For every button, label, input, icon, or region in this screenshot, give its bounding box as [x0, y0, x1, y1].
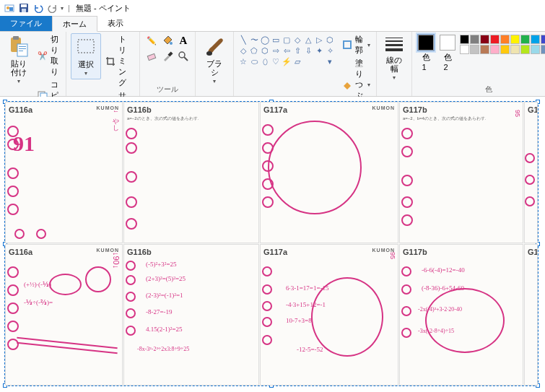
sheet-id: G116b	[127, 105, 152, 114]
palette-swatch[interactable]	[531, 35, 540, 44]
tab-view[interactable]: 表示	[97, 16, 134, 31]
lineweight-icon	[384, 35, 404, 54]
selection-rect[interactable]: G116aKUMON 91 ↓やし G116b a=−2のとき、次の式の値をあら…	[4, 101, 539, 386]
palette-swatch[interactable]	[531, 45, 540, 54]
crop-icon	[105, 56, 115, 67]
worksheet: G116aKUMON ↓90↓ (+½)·(-⅓) -⅓÷(-⅔)=	[5, 244, 123, 386]
palette-swatch[interactable]	[460, 45, 469, 54]
tab-home[interactable]: ホーム	[52, 16, 97, 32]
lineweight-button[interactable]: 線の幅▾	[381, 33, 407, 83]
brush-button[interactable]: ブラシ▾	[200, 33, 229, 87]
color1-label: 色 1	[422, 52, 430, 71]
select-icon	[74, 35, 97, 58]
ribbon: 貼り付け▾ ✂️切り取り コピー クリップボード 選択▾ トリミング サイズ変更…	[0, 32, 545, 97]
tab-file[interactable]: ファイル	[0, 16, 52, 31]
app-icon[interactable]	[3, 1, 16, 14]
palette-swatch[interactable]	[520, 45, 530, 54]
palette-swatch[interactable]	[470, 35, 479, 44]
palette-swatch[interactable]	[460, 35, 469, 44]
palette-swatch[interactable]	[500, 35, 510, 44]
handwriting: (-5)²+3²=25	[146, 261, 177, 268]
palette-swatch[interactable]	[510, 45, 520, 54]
lineweight-label: 線の幅	[386, 56, 402, 73]
worksheet: G116aKUMON 91 ↓やし	[5, 102, 123, 243]
svg-point-17	[170, 42, 173, 45]
bucket-tool[interactable]	[160, 33, 175, 48]
handwriting: -6-6(-4)=12=-40	[422, 266, 465, 274]
palette-swatch[interactable]	[480, 45, 489, 54]
palette-swatch[interactable]	[541, 45, 545, 54]
save-icon[interactable]	[17, 1, 30, 14]
redo-icon[interactable]	[46, 1, 59, 14]
eyedropper-tool[interactable]	[160, 49, 175, 64]
svg-rect-10	[19, 48, 26, 49]
svg-rect-8	[17, 44, 27, 56]
sheet-id: G117b	[403, 105, 427, 114]
trim-button[interactable]: トリミング	[104, 33, 135, 89]
palette-swatch[interactable]	[520, 35, 530, 44]
worksheet: G118	[524, 102, 538, 243]
sheet-id: G116a	[9, 248, 32, 256]
colors-group-label: 色	[417, 84, 545, 96]
sheet-brand: KUMON	[97, 105, 119, 114]
group-clipboard: 貼り付け▾ ✂️切り取り コピー クリップボード	[0, 32, 66, 96]
canvas-content: G116aKUMON 91 ↓やし G116b a=−2のとき、次の式の値をあら…	[5, 102, 538, 386]
color2-label: 色 2	[444, 52, 452, 71]
brush-icon	[203, 35, 226, 58]
color1-button[interactable]: 色 1	[417, 33, 435, 73]
text-tool[interactable]: A	[176, 33, 191, 48]
color-palette[interactable]	[460, 33, 545, 54]
outline-label: 輪郭	[355, 34, 365, 56]
worksheet: G117aKUMON 95 6·3-1=17=1=-15 -4·3+15+12=…	[260, 244, 398, 386]
svg-rect-4	[21, 4, 27, 7]
handwriting: (2+3)²=(5)²=25	[146, 275, 186, 282]
svg-line-21	[184, 57, 188, 61]
ribbon-tabs: ファイル ホーム 表示	[0, 16, 545, 32]
palette-swatch[interactable]	[500, 45, 510, 54]
color2-swatch	[440, 35, 455, 51]
group-colors: 色 1 色 2 色	[412, 32, 545, 96]
cut-button[interactable]: ✂️切り取り	[36, 33, 61, 78]
handwriting: 10-7+3=8	[286, 317, 312, 324]
group-image: 選択▾ トリミング サイズ変更 回転 ▾ イメージ	[66, 32, 140, 96]
palette-swatch[interactable]	[480, 35, 489, 44]
svg-rect-9	[19, 46, 26, 47]
palette-swatch[interactable]	[541, 35, 545, 44]
sheet-id: G118	[528, 248, 538, 256]
palette-swatch[interactable]	[490, 45, 500, 54]
sheet-id: G118	[528, 105, 538, 114]
canvas-area[interactable]: G116aKUMON 91 ↓やし G116b a=−2のとき、次の式の値をあら…	[0, 97, 545, 392]
handwriting: -12-5=-52	[297, 346, 323, 353]
magnifier-tool[interactable]	[176, 49, 191, 64]
svg-point-1	[6, 6, 9, 9]
handwriting: (-8-36)-6+54-60	[422, 284, 464, 292]
window-title: 無題 - ペイント	[76, 3, 131, 14]
palette-swatch[interactable]	[470, 45, 479, 54]
qat-dropdown-icon[interactable]: ▾	[61, 5, 64, 12]
paste-button[interactable]: 貼り付け▾	[4, 33, 33, 87]
shapes-gallery[interactable]: ╲〜◯▭▢◇△▷⬡ ◇⬠⬡⇨⇦⇧⇩✦✧ ☆⬭⬯♡⚡▱▾	[238, 33, 335, 66]
palette-swatch[interactable]	[490, 35, 500, 44]
svg-point-22	[206, 51, 212, 56]
handwriting: 6·3-1=17=1=-15	[286, 284, 328, 292]
svg-rect-2	[9, 7, 13, 11]
group-brushes: ブラシ▾ .	[196, 32, 234, 96]
select-button[interactable]: 選択▾	[71, 33, 101, 79]
undo-icon[interactable]	[32, 1, 45, 14]
color2-button[interactable]: 色 2	[438, 33, 457, 73]
eraser-tool[interactable]	[144, 49, 159, 64]
sheet-id: G116b	[127, 248, 152, 256]
sheet-id: G117a	[263, 248, 287, 256]
handwriting: -4·3+15+12=-1	[286, 301, 326, 308]
sheet-brand: KUMON	[372, 105, 395, 114]
svg-rect-14	[78, 40, 94, 53]
outline-button[interactable]: 輪郭 ▾	[341, 33, 372, 56]
group-lineweight: 線の幅▾ .	[377, 32, 412, 96]
svg-rect-19	[167, 51, 173, 56]
palette-swatch[interactable]	[510, 35, 520, 44]
pencil-tool[interactable]: ✏️	[144, 33, 159, 48]
brush-label: ブラシ	[206, 59, 222, 77]
outline-icon	[342, 39, 352, 51]
group-shapes: ╲〜◯▭▢◇△▷⬡ ◇⬠⬡⇨⇦⇧⇩✦✧ ☆⬭⬯♡⚡▱▾ 輪郭 ▾ 塗りつぶし ▾…	[234, 32, 377, 96]
scissors-icon: ✂️	[38, 50, 48, 61]
